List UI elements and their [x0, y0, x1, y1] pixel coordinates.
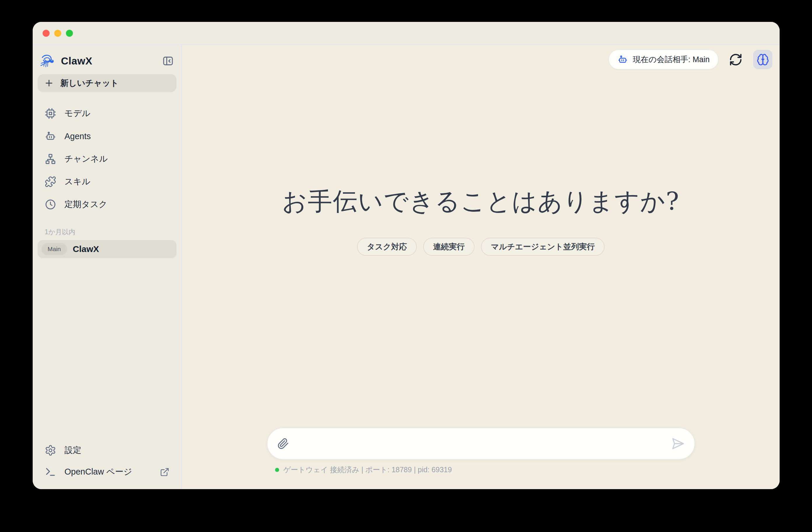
terminal-icon [45, 466, 56, 478]
chat-agent-badge: Main [41, 243, 67, 255]
sidebar-item-label: モデル [64, 107, 90, 119]
sidebar-item-skills[interactable]: スキル [38, 170, 176, 193]
plus-icon [44, 78, 54, 88]
new-chat-button[interactable]: 新しいチャット [38, 74, 176, 92]
puzzle-icon [45, 176, 56, 188]
sidebar-item-label: 定期タスク [64, 199, 107, 210]
app-window: ClawX 新しいチャット [33, 22, 780, 489]
panel-collapse-icon [162, 55, 174, 67]
lobster-logo-icon [40, 53, 56, 69]
gateway-status-text: ゲートウェイ 接続済み | ポート: 18789 | pid: 69319 [284, 465, 452, 475]
new-chat-label: 新しいチャット [60, 77, 119, 89]
app-title: ClawX [61, 55, 162, 67]
window-titlebar [33, 22, 780, 45]
send-icon [671, 437, 684, 450]
sidebar: ClawX 新しいチャット [33, 45, 182, 489]
sidebar-spacer [38, 258, 176, 440]
close-window-button[interactable] [43, 30, 49, 37]
clock-icon [45, 199, 56, 210]
openclaw-page-label: OpenClaw ページ [64, 466, 132, 478]
message-input[interactable] [296, 439, 664, 449]
paperclip-icon [277, 438, 289, 449]
settings-label: 設定 [64, 445, 82, 456]
hero-section: お手伝いできることはありますか? タスク対応 連続実行 マルチエージェント並列実… [182, 45, 780, 256]
window-body: ClawX 新しいチャット [33, 45, 780, 489]
desktop-background: ClawX 新しいチャット [0, 0, 812, 532]
suggestion-chips: タスク対応 連続実行 マルチエージェント並列実行 [357, 238, 605, 256]
traffic-lights [43, 30, 73, 37]
sidebar-item-settings[interactable]: 設定 [38, 440, 176, 461]
bot-icon [45, 130, 56, 142]
main-area: 現在の会話相手: Main [182, 45, 780, 489]
external-link-icon [160, 467, 170, 477]
sidebar-collapse-button[interactable] [162, 55, 174, 67]
sidebar-item-label: チャンネル [64, 153, 107, 165]
sidebar-item-agents[interactable]: Agents [38, 125, 176, 147]
gateway-status-bar: ゲートウェイ 接続済み | ポート: 18789 | pid: 69319 [267, 465, 695, 475]
sidebar-item-openclaw-page[interactable]: OpenClaw ページ [38, 461, 176, 483]
gear-icon [45, 445, 56, 456]
sidebar-item-scheduled-tasks[interactable]: 定期タスク [38, 193, 176, 216]
send-button[interactable] [671, 437, 684, 450]
chip-task-support[interactable]: タスク対応 [357, 238, 417, 256]
minimize-window-button[interactable] [54, 30, 61, 37]
sidebar-item-channels[interactable]: チャンネル [38, 147, 176, 170]
attach-file-button[interactable] [277, 438, 289, 449]
history-section-label: 1か月以内 [38, 228, 176, 236]
sidebar-item-models[interactable]: モデル [38, 102, 176, 125]
hierarchy-icon [45, 153, 56, 165]
chip-continuous-run[interactable]: 連続実行 [423, 238, 475, 256]
message-composer [267, 428, 695, 460]
sidebar-item-label: Agents [64, 131, 91, 141]
chat-title: ClawX [73, 244, 99, 254]
sidebar-item-label: スキル [64, 176, 90, 188]
connection-status-dot [275, 468, 279, 472]
hero-title: お手伝いできることはありますか? [282, 187, 680, 216]
cpu-icon [45, 107, 56, 119]
sidebar-nav: モデル Agents [38, 102, 176, 216]
chip-multi-agent-parallel[interactable]: マルチエージェント並列実行 [481, 238, 605, 256]
zoom-window-button[interactable] [66, 30, 73, 37]
chat-history-item[interactable]: Main ClawX [38, 240, 176, 258]
sidebar-header: ClawX [38, 53, 176, 69]
